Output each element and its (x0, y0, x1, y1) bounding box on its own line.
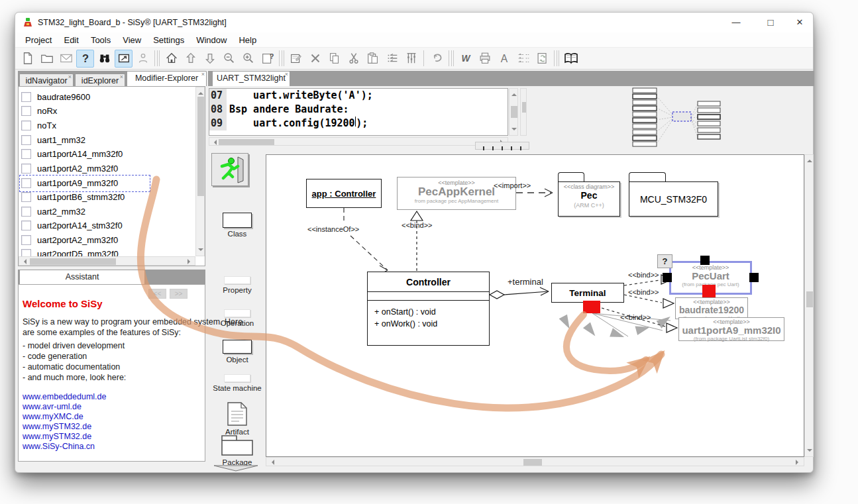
assistant-link[interactable]: www.embeddeduml.de (23, 392, 106, 403)
undo-icon[interactable] (428, 50, 446, 68)
uml-template-uart1porta9[interactable]: <<template>> uart1portA9_mm32I0 (from pa… (678, 317, 784, 341)
document-refresh-icon[interactable] (533, 50, 551, 68)
close-tab-icon[interactable]: × (201, 71, 205, 77)
palette-tool-artifact[interactable]: Artifact (214, 402, 260, 436)
tab-uart-stm32light[interactable]: UART_STM32light× (212, 71, 290, 86)
selection-handle-bottom-red[interactable] (702, 285, 716, 297)
new-document-icon[interactable] (19, 50, 36, 68)
user-icon[interactable] (134, 50, 152, 68)
assistant-prev-button[interactable]: << (148, 289, 166, 299)
palette-tool-operation[interactable]: Operation (214, 309, 260, 327)
tab-idexplorer[interactable]: idExplorer× (75, 74, 125, 86)
selection-handle-top[interactable] (700, 256, 710, 265)
minimize-button[interactable]: — (722, 13, 750, 32)
window-arrange-icon[interactable] (115, 50, 133, 68)
assistant-link[interactable]: www.myXMC.de (23, 412, 83, 423)
selection-handle-left[interactable] (663, 273, 672, 282)
close-button[interactable]: ✕ (786, 13, 814, 32)
zoom-out-icon[interactable] (220, 50, 238, 68)
close-tab-icon[interactable]: × (285, 71, 288, 77)
checkbox[interactable] (21, 235, 31, 245)
paste-icon[interactable] (364, 50, 382, 68)
editor-hscrollbar[interactable] (209, 137, 508, 146)
code-editor[interactable]: 07 uart.writeByte('A'); 08Bsp andere Bau… (209, 88, 508, 136)
outline-list-icon[interactable] (383, 50, 401, 68)
menu-tools[interactable]: Tools (85, 33, 117, 47)
menu-view[interactable]: View (117, 33, 147, 47)
list-item[interactable]: uart1portA2_mm32f0 (21, 162, 118, 176)
checkbox[interactable] (21, 92, 31, 102)
checkbox[interactable] (21, 221, 31, 230)
checkbox[interactable] (21, 135, 31, 145)
assistant-link[interactable]: www.mySTM32.de (23, 422, 91, 432)
diagram-canvas[interactable]: app : Controller <<template>> PecAppKern… (266, 154, 804, 457)
menu-settings[interactable]: Settings (147, 33, 190, 47)
uml-package-pec[interactable]: <<class diagram>> Pec (ARM C++) (558, 172, 620, 217)
menu-edit[interactable]: Edit (58, 33, 84, 47)
menu-project[interactable]: Project (19, 33, 58, 47)
font-icon[interactable]: A (495, 50, 513, 68)
palette-tool-statemachine[interactable]: State machine (211, 374, 263, 392)
tab-modifier-explorer[interactable]: Modifier-Explorer× (127, 71, 207, 86)
menu-window[interactable]: Window (190, 33, 233, 47)
list-item[interactable]: uart1portA14_mm32f0 (21, 147, 123, 161)
delete-icon[interactable] (306, 50, 324, 68)
checkbox[interactable] (21, 149, 31, 159)
tab-idnavigator[interactable]: idNavigator× (19, 74, 74, 86)
overview-minimap[interactable] (617, 87, 739, 148)
canvas-hscrollbar[interactable] (266, 457, 804, 466)
close-tab-icon[interactable]: × (120, 74, 123, 80)
list-hscrollbar[interactable] (19, 256, 195, 266)
properties-icon[interactable] (287, 50, 305, 68)
zoom-tick-slider[interactable] (475, 142, 529, 150)
book-icon[interactable] (562, 50, 580, 68)
selection-handle-right[interactable] (749, 273, 759, 282)
checkbox[interactable] (21, 121, 31, 130)
checkbox[interactable] (21, 207, 31, 217)
canvas-vscrollbar[interactable] (804, 154, 814, 457)
palette-tool-property[interactable]: Property (214, 276, 260, 294)
checkbox[interactable] (21, 192, 31, 202)
checkbox[interactable] (21, 178, 31, 188)
help-icon[interactable]: ? (76, 50, 94, 68)
assistant-link[interactable]: www.avr-uml.de (23, 402, 81, 413)
navigate-up-icon[interactable] (182, 50, 199, 68)
run-tool-button[interactable] (211, 153, 248, 186)
list-item[interactable]: uart1portB6_stmm32f0 (21, 190, 125, 204)
assistant-link[interactable]: www.SiSy-China.cn (23, 442, 95, 452)
uml-template-baudrate19200[interactable]: <<template>> baudrate19200 (from package… (675, 297, 748, 319)
cut-icon[interactable] (345, 50, 362, 68)
copy-icon[interactable] (325, 50, 343, 68)
list-item[interactable]: uart2_mm32 (21, 205, 85, 219)
close-tab-icon[interactable]: × (68, 74, 72, 80)
palette-tool-object[interactable]: Object (214, 340, 260, 364)
mail-icon[interactable] (57, 50, 75, 68)
list-item[interactable]: uart2portA14_stm32f0 (21, 219, 123, 232)
uml-class-terminal[interactable]: Terminal (551, 283, 624, 303)
search-binoculars-icon[interactable] (95, 50, 113, 68)
assign-list-icon[interactable] (514, 50, 532, 68)
uml-object-app-controller[interactable]: app : Controller (306, 179, 382, 208)
home-icon[interactable] (162, 50, 180, 68)
list-item[interactable]: uart1_mm32 (21, 133, 85, 147)
navigate-down-icon[interactable] (201, 50, 219, 68)
menu-help[interactable]: Help (233, 33, 262, 47)
maximize-button[interactable]: □ (757, 13, 784, 32)
terminal-connector-handle[interactable] (583, 301, 600, 313)
list-vscrollbar[interactable] (195, 87, 205, 256)
word-export-icon[interactable]: W (456, 50, 474, 68)
palette-tool-package[interactable]: Package (213, 434, 262, 466)
columns-icon[interactable] (402, 50, 420, 68)
editor-splitter[interactable] (520, 88, 527, 136)
help-badge-button[interactable]: ? (657, 254, 672, 268)
list-item-selected[interactable]: uart1portA9_mm32f0 (21, 176, 118, 190)
open-folder-icon[interactable] (38, 50, 56, 68)
checkbox[interactable] (21, 164, 31, 174)
checkbox[interactable] (21, 106, 31, 116)
palette-tool-class[interactable]: Class (214, 213, 260, 238)
uml-package-mcu-stm32f0[interactable]: MCU_STM32F0 (629, 172, 718, 217)
list-item[interactable]: noTx (21, 119, 56, 132)
print-icon[interactable] (476, 50, 494, 68)
list-item[interactable]: uart2portA2_mm32f0 (21, 233, 118, 247)
palette-expand-chevron[interactable] (213, 464, 259, 472)
